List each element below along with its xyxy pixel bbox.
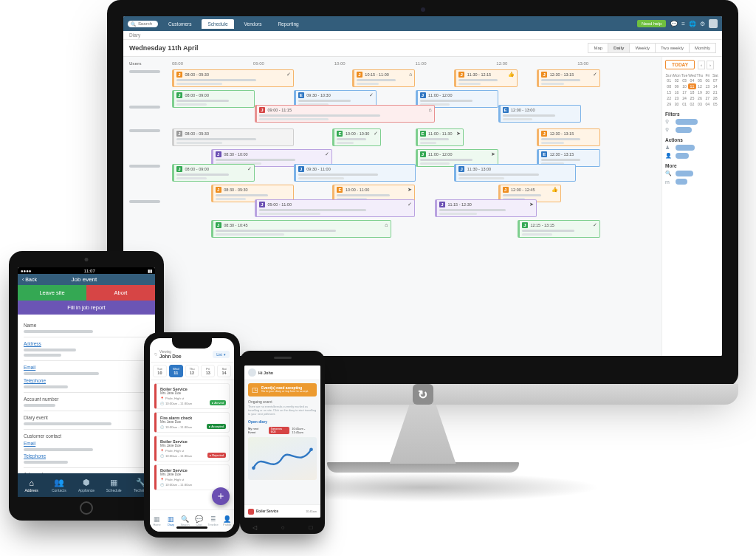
- calendar-day[interactable]: 15: [665, 89, 673, 95]
- fill-report-button[interactable]: Fill in job report: [18, 301, 155, 315]
- calendar-day[interactable]: 03: [681, 78, 688, 83]
- diary-event[interactable]: J 11:30 - 13:00: [454, 164, 576, 182]
- view-daily[interactable]: Daily: [608, 43, 630, 53]
- calendar-day[interactable]: 03: [696, 101, 704, 107]
- open-diary-link[interactable]: Open diary: [248, 419, 317, 424]
- view-map[interactable]: Map: [588, 43, 608, 53]
- job-list[interactable]: Boiler Service Mrs Jane Doe 📍Pride, High…: [150, 383, 234, 490]
- diary-event[interactable]: E 10:00 - 10:30 ✓: [332, 128, 381, 146]
- diary-event[interactable]: J 09:00 - 11:00 ✓: [255, 199, 415, 217]
- calendar-day[interactable]: 13: [704, 83, 711, 89]
- gear-icon[interactable]: ⚙: [700, 21, 705, 27]
- label-telephone-2[interactable]: Telephone: [24, 453, 149, 459]
- help-button[interactable]: Need help: [637, 20, 666, 27]
- globe-icon[interactable]: 🌐: [689, 21, 696, 27]
- nav-customers[interactable]: Customers: [162, 19, 197, 29]
- heart-icon[interactable]: ♡: [154, 352, 157, 357]
- date-pill[interactable]: Tue10: [153, 365, 167, 377]
- abort-button[interactable]: Abort: [86, 285, 155, 301]
- date-pill[interactable]: Fri13: [201, 365, 215, 377]
- calendar-day[interactable]: 04: [688, 78, 695, 83]
- global-search[interactable]: 🔍 Search: [128, 21, 158, 27]
- calendar-day[interactable]: 29: [665, 101, 673, 107]
- job-card[interactable]: Fire alarm check Mrs Jane Doe 🕙10:30am -…: [154, 412, 230, 433]
- calendar-day[interactable]: 26: [696, 95, 704, 101]
- filter-item[interactable]: [676, 127, 692, 133]
- nav-vendors[interactable]: Vendors: [238, 19, 268, 29]
- calendar-day[interactable]: 19: [696, 89, 704, 95]
- more-item[interactable]: [676, 171, 693, 176]
- filter-item[interactable]: [676, 119, 698, 125]
- tablet-home-button[interactable]: [80, 501, 93, 515]
- calendar-day[interactable]: 22: [665, 95, 673, 101]
- calendar-day[interactable]: 27: [704, 95, 711, 101]
- label-email[interactable]: Email: [24, 365, 149, 370]
- action-item[interactable]: [676, 153, 689, 159]
- calendar-day[interactable]: 20: [704, 89, 711, 95]
- calendar-day[interactable]: 28: [712, 95, 719, 101]
- user-lane[interactable]: J 08:00 - 09:30 E 10:00 - 10:30 ✓ E 11:0…: [172, 127, 659, 161]
- date-pill[interactable]: Thu12: [185, 365, 199, 377]
- diary-event[interactable]: E 12:00 - 13:00: [498, 105, 581, 123]
- calendar-day[interactable]: 18: [688, 89, 695, 95]
- more-item[interactable]: [676, 179, 687, 185]
- diary-event[interactable]: E 11:00 - 11:30 ➤: [416, 128, 464, 146]
- route-map[interactable]: [248, 437, 317, 480]
- job-card[interactable]: Boiler Service Mrs Jane Doe 📍Pride, High…: [154, 383, 230, 409]
- calendar-day[interactable]: 01: [665, 78, 673, 83]
- diary-event[interactable]: J 08:00 - 09:00 ✓: [172, 164, 255, 182]
- mini-calendar[interactable]: SunMonTueWedThuFriSat0102030405060708091…: [665, 73, 719, 107]
- calendar-day[interactable]: 08: [665, 83, 673, 89]
- diary-event[interactable]: J 11:30 - 12:15 👍: [454, 69, 518, 87]
- label-email-2[interactable]: Email: [24, 441, 149, 446]
- calendar-day[interactable]: 07: [712, 78, 719, 83]
- user-lane[interactable]: J 09:00 - 11:00 ✓ J 11:15 - 12:30 ➤ J 08…: [172, 198, 659, 232]
- calendar-day[interactable]: 06: [704, 78, 711, 83]
- calendar-day[interactable]: 21: [712, 89, 719, 95]
- calendar-day[interactable]: 24: [681, 95, 688, 101]
- diary-event[interactable]: J 08:00 - 09:30 ✓: [172, 69, 294, 87]
- diary-event[interactable]: J 11:15 - 12:30 ➤: [435, 199, 537, 217]
- accept-banner[interactable]: ◳ Event(s) need accepting Go to your dia…: [248, 383, 317, 397]
- calendar-day[interactable]: 02: [688, 101, 695, 107]
- calendar-day[interactable]: 11: [688, 83, 695, 89]
- user-lane[interactable]: J 08:00 - 09:30 ✓ J 10:15 - 11:00 ⌂ J 11…: [172, 68, 659, 102]
- calendar-day[interactable]: 04: [704, 101, 711, 107]
- user-avatar[interactable]: [248, 368, 256, 377]
- diary-event[interactable]: J 08:30 - 10:45 ⌂: [211, 220, 391, 238]
- calendar-day[interactable]: 14: [712, 83, 719, 89]
- tab-profile[interactable]: 👤Profile: [220, 510, 234, 532]
- back-button[interactable]: ‹Back: [22, 277, 37, 282]
- date-pill[interactable]: Wed11: [169, 365, 183, 377]
- diary-event[interactable]: J 10:15 - 11:00 ⌂: [352, 69, 416, 87]
- diary-event[interactable]: J 12:30 - 13:15 ✓: [537, 69, 600, 87]
- label-address[interactable]: Address: [24, 341, 149, 346]
- calendar-day[interactable]: 10: [681, 83, 688, 89]
- tab-address[interactable]: ⌂Address: [18, 473, 45, 497]
- calendar-day[interactable]: 17: [681, 89, 688, 95]
- calendar-day[interactable]: 23: [673, 95, 680, 101]
- nav-schedule[interactable]: Schedule: [202, 19, 233, 29]
- nav-reporting[interactable]: Reporting: [272, 19, 304, 29]
- calendar-day[interactable]: 16: [673, 89, 680, 95]
- home-indicator[interactable]: [176, 526, 207, 529]
- diary-event[interactable]: J 12:30 - 13:15: [537, 128, 600, 146]
- android-recent-button[interactable]: □: [309, 524, 313, 531]
- label-telephone[interactable]: Telephone: [24, 378, 149, 383]
- next-day-button[interactable]: ›: [707, 61, 714, 69]
- job-card[interactable]: Boiler Service Mrs Jane Doe 📍Pride, High…: [154, 464, 230, 490]
- user-avatar[interactable]: [709, 19, 718, 28]
- view-weekly[interactable]: Weekly: [629, 43, 656, 53]
- list-toggle-button[interactable]: List ▾: [213, 351, 230, 358]
- calendar-day[interactable]: 05: [696, 78, 704, 83]
- tab-timeline[interactable]: ≣Timeline: [206, 510, 220, 532]
- tab-contacts[interactable]: 👥Contacts: [45, 473, 72, 497]
- diary-event[interactable]: J 09:30 - 11:00: [294, 164, 416, 182]
- today-button[interactable]: TODAY: [665, 60, 695, 69]
- menu-icon[interactable]: ≡: [681, 21, 685, 27]
- tab-diary[interactable]: ▥Diary: [164, 510, 178, 532]
- user-lane[interactable]: J 08:00 - 09:00 ✓ J 09:30 - 11:00 J 11:3…: [172, 162, 659, 196]
- tab-schedule[interactable]: ▦Schedule: [100, 473, 128, 497]
- action-item[interactable]: [676, 145, 695, 151]
- diary-event[interactable]: J 09:00 - 11:15 ⌂: [255, 105, 435, 123]
